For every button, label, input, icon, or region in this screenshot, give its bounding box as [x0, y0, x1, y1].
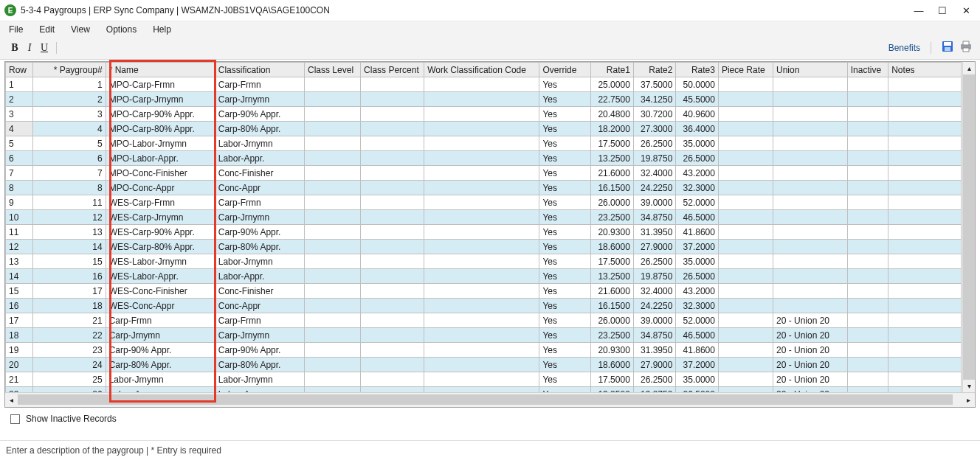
- cell-union[interactable]: [773, 284, 847, 299]
- cell-wcc[interactable]: [424, 240, 539, 254]
- menu-edit[interactable]: Edit: [39, 24, 55, 35]
- col-work-classification-code[interactable]: Work Classification Code: [424, 63, 539, 77]
- close-button[interactable]: ✕: [961, 5, 971, 15]
- cell-notes[interactable]: [888, 387, 962, 393]
- cell-classification[interactable]: Conc-Finisher: [215, 166, 304, 181]
- cell-class-level[interactable]: [305, 181, 361, 195]
- cell-override[interactable]: Yes: [539, 387, 591, 393]
- cell-notes[interactable]: [888, 122, 962, 136]
- cell-rate2[interactable]: 19.8750: [633, 151, 676, 166]
- cell-wcc[interactable]: [424, 166, 539, 181]
- col-override[interactable]: Override: [539, 63, 591, 77]
- cell-name[interactable]: WES-Carp-Frmn: [106, 195, 215, 210]
- cell-class-percent[interactable]: [361, 254, 424, 269]
- cell-rate2[interactable]: 31.3950: [633, 225, 676, 240]
- cell-class-level[interactable]: [305, 254, 361, 269]
- cell-rate3[interactable]: 46.5000: [676, 210, 719, 225]
- cell-paygroup[interactable]: 15: [33, 254, 106, 269]
- cell-rate2[interactable]: 24.2250: [633, 299, 676, 313]
- cell-notes[interactable]: [888, 92, 962, 107]
- cell-union[interactable]: [773, 166, 847, 181]
- cell-inactive[interactable]: [847, 225, 888, 240]
- cell-paygroup[interactable]: 6: [33, 151, 106, 166]
- cell-paygroup[interactable]: 3: [33, 107, 106, 122]
- cell-rate1[interactable]: 25.0000: [591, 77, 634, 92]
- col-notes[interactable]: Notes: [888, 63, 962, 77]
- cell-classification[interactable]: Conc-Finisher: [215, 284, 304, 299]
- scroll-thumb[interactable]: [18, 394, 953, 405]
- table-row[interactable]: 1214WES-Carp-80% Appr.Carp-80% Appr.Yes1…: [6, 240, 962, 254]
- cell-rate2[interactable]: 26.2500: [633, 254, 676, 269]
- cell-row[interactable]: 12: [6, 240, 33, 254]
- cell-rate1[interactable]: 23.2500: [591, 210, 634, 225]
- cell-class-percent[interactable]: [361, 225, 424, 240]
- cell-override[interactable]: Yes: [539, 269, 591, 284]
- cell-row[interactable]: 20: [6, 358, 33, 372]
- cell-row[interactable]: 7: [6, 166, 33, 181]
- cell-rate3[interactable]: 35.0000: [676, 254, 719, 269]
- cell-class-percent[interactable]: [361, 328, 424, 343]
- cell-paygroup[interactable]: 1: [33, 77, 106, 92]
- table-row[interactable]: 22MPO-Carp-JrnymnCarp-JrnymnYes22.750034…: [6, 92, 962, 107]
- cell-rate2[interactable]: 27.9000: [633, 358, 676, 372]
- cell-row[interactable]: 16: [6, 299, 33, 313]
- cell-classification[interactable]: Carp-90% Appr.: [215, 225, 304, 240]
- cell-rate2[interactable]: 37.5000: [633, 77, 676, 92]
- italic-button[interactable]: I: [22, 41, 37, 55]
- cell-union[interactable]: [773, 136, 847, 151]
- cell-row[interactable]: 11: [6, 225, 33, 240]
- cell-class-level[interactable]: [305, 210, 361, 225]
- cell-class-level[interactable]: [305, 343, 361, 358]
- col-rate3[interactable]: Rate3: [676, 63, 719, 77]
- table-row[interactable]: 1113WES-Carp-90% Appr.Carp-90% Appr.Yes2…: [6, 225, 962, 240]
- cell-piece-rate[interactable]: [718, 343, 773, 358]
- cell-name[interactable]: Labor-Jrnymn: [106, 372, 215, 387]
- cell-notes[interactable]: [888, 240, 962, 254]
- scroll-thumb[interactable]: [963, 74, 975, 380]
- cell-name[interactable]: WES-Conc-Finisher: [106, 284, 215, 299]
- cell-classification[interactable]: Carp-90% Appr.: [215, 107, 304, 122]
- cell-rate3[interactable]: 26.5000: [676, 151, 719, 166]
- cell-piece-rate[interactable]: [718, 92, 773, 107]
- cell-class-percent[interactable]: [361, 77, 424, 92]
- scroll-down-icon[interactable]: ▾: [963, 380, 975, 392]
- cell-class-level[interactable]: [305, 313, 361, 328]
- cell-rate1[interactable]: 26.0000: [591, 313, 634, 328]
- table-row[interactable]: 1517WES-Conc-FinisherConc-FinisherYes21.…: [6, 284, 962, 299]
- cell-rate3[interactable]: 35.0000: [676, 372, 719, 387]
- table-row[interactable]: 44MPO-Carp-80% Appr.Carp-80% Appr.Yes18.…: [6, 122, 962, 136]
- cell-rate3[interactable]: 52.0000: [676, 313, 719, 328]
- menu-view[interactable]: View: [71, 24, 90, 35]
- cell-row[interactable]: 3: [6, 107, 33, 122]
- cell-name[interactable]: WES-Labor-Jrnymn: [106, 254, 215, 269]
- cell-row[interactable]: 2: [6, 92, 33, 107]
- cell-rate1[interactable]: 20.9300: [591, 343, 634, 358]
- cell-paygroup[interactable]: 25: [33, 372, 106, 387]
- cell-notes[interactable]: [888, 269, 962, 284]
- cell-rate1[interactable]: 18.6000: [591, 358, 634, 372]
- cell-rate3[interactable]: 26.5000: [676, 387, 719, 393]
- table-row[interactable]: 911WES-Carp-FrmnCarp-FrmnYes26.000039.00…: [6, 195, 962, 210]
- cell-notes[interactable]: [888, 358, 962, 372]
- cell-override[interactable]: Yes: [539, 328, 591, 343]
- cell-piece-rate[interactable]: [718, 313, 773, 328]
- cell-class-percent[interactable]: [361, 284, 424, 299]
- cell-rate3[interactable]: 45.5000: [676, 92, 719, 107]
- cell-rate2[interactable]: 19.8750: [633, 269, 676, 284]
- cell-rate3[interactable]: 32.3000: [676, 299, 719, 313]
- cell-inactive[interactable]: [847, 181, 888, 195]
- cell-union[interactable]: [773, 195, 847, 210]
- cell-override[interactable]: Yes: [539, 240, 591, 254]
- col-rate2[interactable]: Rate2: [633, 63, 676, 77]
- cell-rate2[interactable]: 26.2500: [633, 136, 676, 151]
- cell-class-level[interactable]: [305, 328, 361, 343]
- cell-inactive[interactable]: [847, 269, 888, 284]
- table-row[interactable]: 11MPO-Carp-FrmnCarp-FrmnYes25.000037.500…: [6, 77, 962, 92]
- cell-inactive[interactable]: [847, 358, 888, 372]
- cell-rate3[interactable]: 46.5000: [676, 328, 719, 343]
- cell-paygroup[interactable]: 12: [33, 210, 106, 225]
- cell-rate2[interactable]: 39.0000: [633, 195, 676, 210]
- cell-class-percent[interactable]: [361, 358, 424, 372]
- cell-union[interactable]: [773, 299, 847, 313]
- cell-class-level[interactable]: [305, 195, 361, 210]
